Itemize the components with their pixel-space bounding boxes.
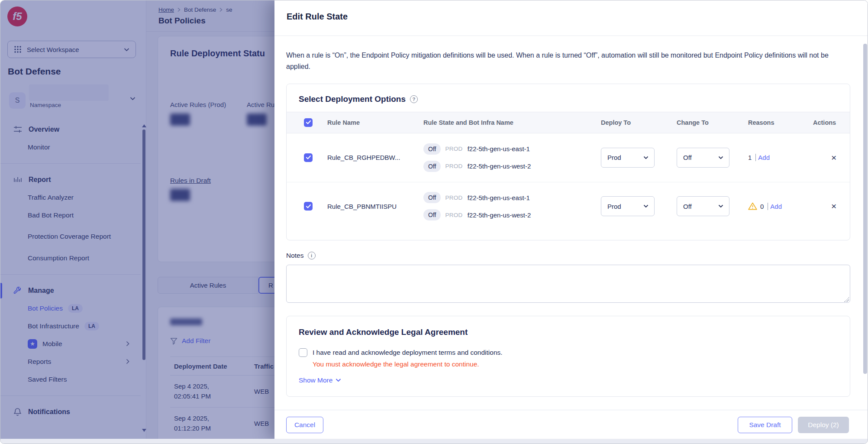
change-to-cell: Off xyxy=(670,148,741,168)
divider xyxy=(755,154,756,161)
change-to-cell: Off xyxy=(670,196,741,216)
legal-checkbox-label: I have read and acknowledge deployment t… xyxy=(313,349,503,356)
column-actions: Actions xyxy=(806,119,850,126)
legal-title: Review and Acknowledge Legal Agreement xyxy=(299,327,838,337)
help-icon[interactable]: ? xyxy=(410,95,418,103)
env-label: PROD xyxy=(445,146,462,152)
row-checkbox[interactable] xyxy=(304,202,313,211)
chevron-down-icon xyxy=(643,156,649,159)
row-checkbox[interactable] xyxy=(304,153,313,162)
infra-line: Off PROD f22-5th-gen-us-west-2 xyxy=(423,161,594,172)
legal-error-message: You must acknowledge the legal agreement… xyxy=(313,360,838,368)
show-more-label: Show More xyxy=(299,376,332,384)
rule-state-badge: Off xyxy=(423,161,441,172)
selected-value: Prod xyxy=(607,154,621,161)
rule-infra-list: Off PROD f22-5th-gen-us-east-1 Off PROD … xyxy=(416,192,594,220)
save-draft-button[interactable]: Save Draft xyxy=(738,417,792,433)
checkmark-icon xyxy=(306,155,311,160)
infra-name: f22-5th-gen-us-east-1 xyxy=(468,194,530,201)
infra-name: f22-5th-gen-us-west-2 xyxy=(468,211,531,219)
cancel-button[interactable]: Cancel xyxy=(286,417,323,433)
column-reasons: Reasons xyxy=(741,119,806,126)
chevron-down-icon xyxy=(643,204,649,208)
deploy-to-cell: Prod xyxy=(594,196,670,216)
legal-checkbox-row: I have read and acknowledge deployment t… xyxy=(299,348,838,357)
resize-grip[interactable] xyxy=(844,297,849,302)
env-label: PROD xyxy=(445,163,462,169)
deploy-to-cell: Prod xyxy=(594,148,670,168)
change-to-select[interactable]: Off xyxy=(677,148,729,168)
modal-title: Edit Rule State xyxy=(287,12,856,22)
notes-field-wrap xyxy=(286,265,850,305)
modal-body: When a rule is “On”, the Endpoint Policy… xyxy=(274,36,868,410)
notes-textarea[interactable] xyxy=(286,265,850,303)
infra-line: Off PROD f22-5th-gen-us-east-1 xyxy=(423,192,594,203)
change-to-select[interactable]: Off xyxy=(677,196,729,216)
modal-description: When a rule is “On”, the Endpoint Policy… xyxy=(286,50,850,72)
column-rule-state: Rule State and Bot Infra Name xyxy=(416,119,594,126)
reasons-cell: 0 Add xyxy=(741,202,806,210)
modal-footer: Cancel Save Draft Deploy (2) xyxy=(274,410,868,440)
edit-rule-state-modal: Edit Rule State When a rule is “On”, the… xyxy=(274,0,868,440)
selected-value: Prod xyxy=(607,203,621,210)
checkmark-icon xyxy=(306,204,311,209)
deploy-button[interactable]: Deploy (2) xyxy=(798,417,849,433)
chevron-down-icon xyxy=(336,378,341,382)
app-window: f5 Select Workspace Bot Defense S Namesp… xyxy=(0,0,868,444)
select-all-checkbox[interactable] xyxy=(304,118,313,127)
add-reason-link[interactable]: Add xyxy=(770,203,782,210)
modal-header: Edit Rule State xyxy=(274,0,868,36)
infra-line: Off PROD f22-5th-gen-us-east-1 xyxy=(423,143,594,155)
deployment-options-header: Select Deployment Options ? xyxy=(287,84,850,112)
actions-cell: × xyxy=(806,201,850,211)
checkmark-icon xyxy=(306,120,311,125)
window-bottom-edge xyxy=(0,439,868,444)
show-more-link[interactable]: Show More xyxy=(299,376,341,384)
rule-row: Rule_CB_PBNMTIISPU Off PROD f22-5th-gen-… xyxy=(287,182,850,230)
column-change-to: Change To xyxy=(670,119,741,126)
deploy-to-select[interactable]: Prod xyxy=(601,148,655,168)
deploy-to-select[interactable]: Prod xyxy=(601,196,655,216)
infra-line: Off PROD f22-5th-gen-us-west-2 xyxy=(423,209,594,220)
reasons-count: 1 xyxy=(748,154,752,161)
notes-header: Notes i xyxy=(286,252,850,259)
legal-checkbox[interactable] xyxy=(299,348,307,357)
infra-name: f22-5th-gen-us-west-2 xyxy=(468,162,531,170)
chevron-down-icon xyxy=(718,156,723,159)
rule-state-badge: Off xyxy=(423,143,441,155)
remove-row-button[interactable]: × xyxy=(831,153,836,162)
rule-name: Rule_CB_PBNMTIISPU xyxy=(320,203,416,210)
env-label: PROD xyxy=(445,212,462,218)
reasons-cell: 1 Add xyxy=(741,154,806,161)
selected-value: Off xyxy=(683,154,692,161)
modal-scrollbar-thumb[interactable] xyxy=(863,44,867,374)
rule-name: Rule_CB_RGHPEDBW... xyxy=(320,154,416,161)
rule-infra-list: Off PROD f22-5th-gen-us-east-1 Off PROD … xyxy=(416,143,594,172)
legal-agreement-card: Review and Acknowledge Legal Agreement I… xyxy=(286,316,850,397)
deployment-options-title: Select Deployment Options xyxy=(299,94,406,104)
chevron-down-icon xyxy=(718,204,723,208)
infra-name: f22-5th-gen-us-east-1 xyxy=(468,145,530,152)
rule-row: Rule_CB_RGHPEDBW... Off PROD f22-5th-gen… xyxy=(287,133,850,182)
warning-icon xyxy=(748,202,757,210)
divider xyxy=(768,203,768,210)
add-reason-link[interactable]: Add xyxy=(758,154,770,161)
modal-backdrop-overlay xyxy=(0,0,274,439)
column-deploy-to: Deploy To xyxy=(594,119,670,126)
rule-state-badge: Off xyxy=(423,192,441,203)
deployment-options-card: Select Deployment Options ? Rule Name Ru… xyxy=(286,84,850,240)
rule-state-badge: Off xyxy=(423,209,441,220)
env-label: PROD xyxy=(445,194,462,201)
reasons-count: 0 xyxy=(760,203,764,210)
options-table-header: Rule Name Rule State and Bot Infra Name … xyxy=(287,112,850,133)
info-icon[interactable]: i xyxy=(308,252,316,259)
card-spacer xyxy=(287,230,850,240)
actions-cell: × xyxy=(806,153,850,162)
notes-label: Notes xyxy=(286,252,304,259)
column-rule-name: Rule Name xyxy=(320,119,416,126)
remove-row-button[interactable]: × xyxy=(831,201,836,211)
selected-value: Off xyxy=(683,203,692,210)
